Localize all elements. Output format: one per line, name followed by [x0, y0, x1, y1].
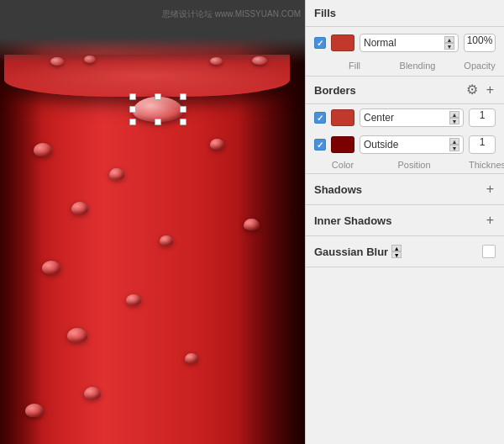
- bump-4: [252, 56, 267, 65]
- borders-gear-btn[interactable]: ⚙: [465, 83, 480, 97]
- droplet-3: [71, 202, 88, 214]
- gaussian-title: Gaussian Blur: [314, 246, 388, 258]
- canvas-area: 思绪设计论坛 www.MISSYUAN.COM: [0, 0, 305, 444]
- gaussian-stepper-down[interactable]: ▼: [391, 251, 402, 258]
- fills-title: Fills: [314, 7, 336, 19]
- handle-bl[interactable]: [129, 119, 136, 125]
- borders-title: Borders: [314, 84, 356, 97]
- thickness-col-label: Thickness: [469, 160, 496, 170]
- position-col-label: Position: [360, 160, 469, 170]
- gaussian-section: Gaussian Blur ▲ ▼: [306, 236, 504, 267]
- droplet-10: [25, 404, 44, 417]
- fill-color-swatch[interactable]: [331, 34, 354, 51]
- border2-color-swatch[interactable]: [331, 136, 354, 153]
- selected-element[interactable]: [133, 97, 183, 122]
- border1-stepper[interactable]: ▲ ▼: [449, 111, 459, 124]
- gaussian-left: Gaussian Blur ▲ ▼: [314, 245, 402, 258]
- bump-1: [50, 57, 64, 66]
- shadows-title: Shadows: [314, 183, 362, 196]
- handle-tr[interactable]: [180, 93, 186, 100]
- handle-ml[interactable]: [129, 106, 136, 113]
- right-panel: Fills Normal ▲ ▼ 100% Fill Blending Opac…: [305, 0, 504, 444]
- bump-2: [84, 56, 96, 63]
- borders-section: Borders ⚙ + Center ▲ ▼ 1 Outs: [306, 76, 504, 174]
- borders-section-header: Borders ⚙ +: [306, 77, 504, 104]
- bump-3: [210, 57, 223, 65]
- handle-tl[interactable]: [129, 93, 136, 100]
- border2-stepper-down[interactable]: ▼: [449, 145, 459, 151]
- blending-select[interactable]: Normal ▲ ▼: [360, 34, 459, 52]
- border-row-1: Center ▲ ▼ 1: [306, 104, 504, 131]
- stepper-down[interactable]: ▼: [444, 43, 454, 50]
- border2-position-value: Outside: [364, 139, 398, 151]
- handle-bm[interactable]: [155, 119, 161, 125]
- gaussian-checkbox[interactable]: [482, 245, 496, 258]
- gaussian-stepper-up[interactable]: ▲: [391, 245, 402, 251]
- droplet-5: [42, 261, 60, 274]
- border2-stepper-up[interactable]: ▲: [449, 138, 459, 145]
- handle-br[interactable]: [180, 119, 186, 125]
- opacity-input[interactable]: 100%: [464, 34, 496, 52]
- watermark: 思绪设计论坛 www.MISSYUAN.COM: [162, 8, 301, 20]
- border1-position-select[interactable]: Center ▲ ▼: [360, 108, 464, 127]
- curtain-fold-highlight: [4, 55, 290, 97]
- stepper-up[interactable]: ▲: [444, 36, 454, 43]
- border1-thickness[interactable]: 1: [469, 108, 496, 127]
- fills-col-labels: Fill Blending Opacity: [306, 59, 504, 76]
- inner-shadows-section: Inner Shadows +: [306, 205, 504, 236]
- inner-shadows-add-btn[interactable]: +: [485, 214, 496, 227]
- droplet-12: [244, 219, 260, 230]
- droplet-2: [109, 168, 124, 180]
- border1-stepper-down[interactable]: ▼: [449, 118, 459, 124]
- border2-thickness[interactable]: 1: [469, 135, 496, 154]
- fill-checkbox[interactable]: [314, 37, 326, 49]
- droplet-8: [185, 353, 198, 363]
- borders-add-btn[interactable]: +: [485, 83, 496, 97]
- droplet-11: [210, 139, 224, 150]
- border1-position-value: Center: [364, 112, 394, 124]
- border1-stepper-up[interactable]: ▲: [449, 111, 459, 118]
- opacity-col-label: Opacity: [464, 61, 496, 71]
- handle-mr[interactable]: [180, 106, 186, 113]
- border-row-2: Outside ▲ ▼ 1: [306, 131, 504, 158]
- borders-col-labels: Color Position Thickness: [306, 158, 504, 174]
- inner-shadows-title: Inner Shadows: [314, 214, 391, 227]
- fills-section-header: Fills: [306, 0, 504, 27]
- shadows-section: Shadows +: [306, 174, 504, 205]
- border1-color-swatch[interactable]: [331, 109, 354, 126]
- borders-actions: ⚙ +: [465, 83, 496, 97]
- droplet-4: [160, 235, 173, 246]
- fills-row: Normal ▲ ▼ 100%: [306, 27, 504, 59]
- droplet-6: [126, 294, 141, 305]
- color-col-label: Color: [331, 160, 354, 170]
- droplet-1: [34, 143, 52, 156]
- blending-col-label: Blending: [371, 61, 464, 71]
- fill-col-label: Fill: [343, 61, 366, 71]
- border2-stepper[interactable]: ▲ ▼: [449, 138, 459, 151]
- gaussian-stepper[interactable]: ▲ ▼: [391, 245, 402, 258]
- blending-value: Normal: [364, 37, 396, 49]
- border2-checkbox[interactable]: [314, 139, 326, 151]
- droplet-9: [84, 387, 101, 399]
- shadows-add-btn[interactable]: +: [485, 182, 496, 196]
- border2-position-select[interactable]: Outside ▲ ▼: [360, 135, 464, 154]
- blending-stepper[interactable]: ▲ ▼: [444, 36, 454, 50]
- handle-tm[interactable]: [155, 93, 161, 100]
- border1-checkbox[interactable]: [314, 112, 326, 124]
- droplet-7: [67, 328, 87, 342]
